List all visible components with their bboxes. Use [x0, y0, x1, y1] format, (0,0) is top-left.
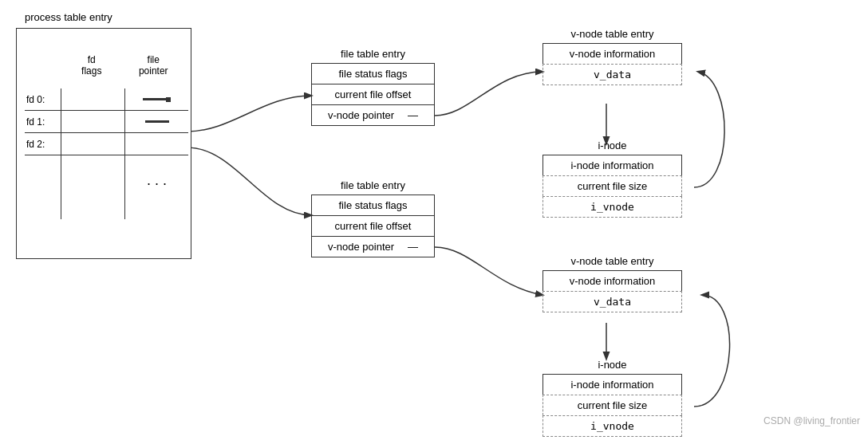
watermark: CSDN @living_frontier — [763, 415, 860, 426]
process-table-outline: process table entry fdflags filepointer … — [16, 28, 191, 259]
file-table-1-title: file table entry — [311, 48, 435, 60]
fd2-pointer — [125, 133, 188, 155]
vnode-table-1-cell-dashed: v_data — [542, 64, 682, 85]
file-table-2-cell-1: file status flags — [311, 194, 435, 215]
inode-2-cell-dashed-1: current file size — [542, 395, 682, 415]
vnode-table-1: v-node table entry v-node information v_… — [542, 28, 682, 85]
vnode-table-1-cell-1: v-node information — [542, 43, 682, 64]
file-table-1-cell-3: v-node pointer — — [311, 104, 435, 126]
inode-2-cell-dashed-2: i_vnode — [542, 415, 682, 437]
inode-2-label: i-node — [542, 359, 682, 371]
vnode-table-2: v-node table entry v-node information v_… — [542, 255, 682, 312]
vnode-table-2-cell-1: v-node information — [542, 270, 682, 291]
fd1-pointer — [125, 111, 188, 132]
fd2-flags — [61, 133, 125, 155]
file-table-2-cell-3: v-node pointer — — [311, 236, 435, 257]
fd1-flags — [61, 111, 125, 132]
inode-1-cell-1: i-node information — [542, 155, 682, 175]
vnode-table-2-cell-dashed: v_data — [542, 291, 682, 312]
file-table-1-cell-2: current file offset — [311, 84, 435, 104]
file-table-2: file table entry file status flags curre… — [311, 179, 435, 257]
fd0-flags — [61, 88, 125, 110]
vnode-table-2-title: v-node table entry — [542, 255, 682, 267]
file-table-1-cell-1: file status flags — [311, 63, 435, 84]
vnode-table-1-title: v-node table entry — [542, 28, 682, 40]
fd0-label: fd 0: — [25, 94, 61, 105]
file-table-1: file table entry file status flags curre… — [311, 48, 435, 126]
inode-2-cell-1: i-node information — [542, 374, 682, 395]
inode-1-label: i-node — [542, 139, 682, 151]
process-table-title: process table entry — [25, 11, 112, 23]
col-file-pointer: filepointer — [123, 53, 185, 78]
fd-more-pointer: · · · — [125, 155, 188, 219]
fd-more-flags — [61, 155, 125, 219]
file-table-2-title: file table entry — [311, 179, 435, 191]
inode-1: i-node i-node information current file s… — [542, 139, 682, 218]
inode-1-cell-dashed-2: i_vnode — [542, 196, 682, 218]
col-fd-flags: fdflags — [61, 53, 123, 78]
fd2-label: fd 2: — [25, 139, 61, 150]
inode-2: i-node i-node information current file s… — [542, 359, 682, 437]
inode-1-cell-dashed-1: current file size — [542, 175, 682, 196]
file-table-2-cell-2: current file offset — [311, 215, 435, 236]
fd1-label: fd 1: — [25, 116, 61, 128]
fd0-pointer — [125, 88, 188, 110]
